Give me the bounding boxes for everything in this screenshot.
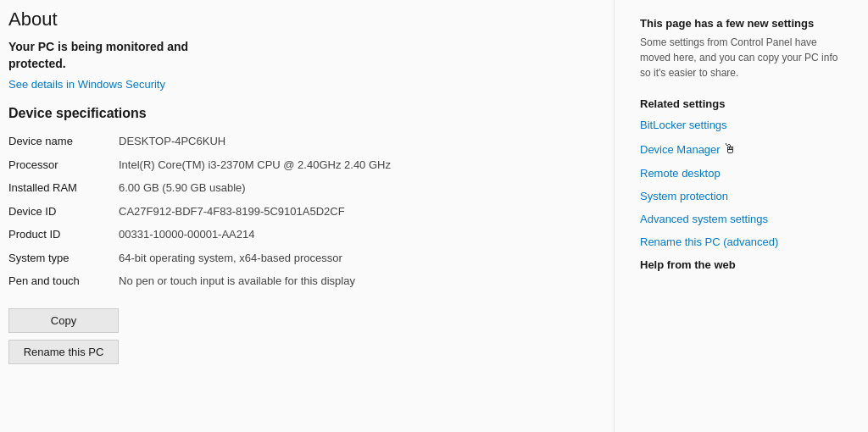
main-content: About Your PC is being monitored and pro… [0, 0, 614, 432]
table-row: Device IDCA27F912-BDF7-4F83-8199-5C9101A… [8, 200, 588, 224]
spec-value: DESKTOP-4PC6KUH [119, 130, 588, 153]
related-link-3[interactable]: System protection [640, 190, 843, 202]
page-title: About [8, 8, 588, 30]
button-row: Copy Rename this PC [8, 308, 119, 364]
related-link-2[interactable]: Remote desktop [640, 167, 843, 180]
rename-pc-button[interactable]: Rename this PC [8, 340, 119, 364]
spec-label: Device ID [8, 200, 119, 224]
table-row: Device nameDESKTOP-4PC6KUH [8, 130, 588, 153]
related-links-container: BitLocker settingsDevice Manager 🖱Remote… [640, 119, 843, 248]
help-from-web-title: Help from the web [640, 258, 843, 271]
spec-label: Installed RAM [8, 176, 119, 200]
spec-value: 00331-10000-00001-AA214 [119, 223, 588, 246]
spec-label: Product ID [8, 223, 119, 246]
spec-value: Intel(R) Core(TM) i3-2370M CPU @ 2.40GHz… [119, 153, 588, 177]
copy-button[interactable]: Copy [8, 308, 119, 333]
table-row: Installed RAM6.00 GB (5.90 GB usable) [8, 176, 588, 200]
table-row: Pen and touchNo pen or touch input is av… [8, 269, 588, 293]
windows-security-link[interactable]: See details in Windows Security [8, 78, 165, 91]
spec-label: Processor [8, 153, 119, 177]
cursor-icon: 🖱 [723, 141, 737, 157]
spec-table: Device nameDESKTOP-4PC6KUHProcessorIntel… [8, 130, 588, 293]
table-row: Product ID00331-10000-00001-AA214 [8, 223, 588, 246]
related-link-4[interactable]: Advanced system settings [640, 213, 843, 225]
spec-label: Device name [8, 130, 119, 153]
device-specifications-title: Device specifications [8, 106, 588, 121]
about-page: About Your PC is being monitored and pro… [0, 0, 868, 432]
table-row: System type64-bit operating system, x64-… [8, 246, 588, 270]
protection-status: Your PC is being monitored and protected… [8, 39, 588, 72]
right-panel: This page has a few new settings Some se… [614, 0, 868, 432]
table-row: ProcessorIntel(R) Core(TM) i3-2370M CPU … [8, 153, 588, 177]
related-settings-title: Related settings [640, 97, 843, 110]
related-link-5[interactable]: Rename this PC (advanced) [640, 235, 843, 248]
new-settings-desc: Some settings from Control Panel have mo… [640, 35, 843, 80]
spec-value: No pen or touch input is available for t… [119, 269, 588, 293]
spec-label: Pen and touch [8, 269, 119, 293]
new-settings-title: This page has a few new settings [640, 17, 843, 30]
spec-label: System type [8, 246, 119, 270]
spec-value: 6.00 GB (5.90 GB usable) [119, 176, 588, 200]
related-link-0[interactable]: BitLocker settings [640, 119, 843, 131]
related-link-1[interactable]: Device Manager 🖱 [640, 141, 843, 157]
spec-value: 64-bit operating system, x64-based proce… [119, 246, 588, 270]
spec-value: CA27F912-BDF7-4F83-8199-5C9101A5D2CF [119, 200, 588, 224]
